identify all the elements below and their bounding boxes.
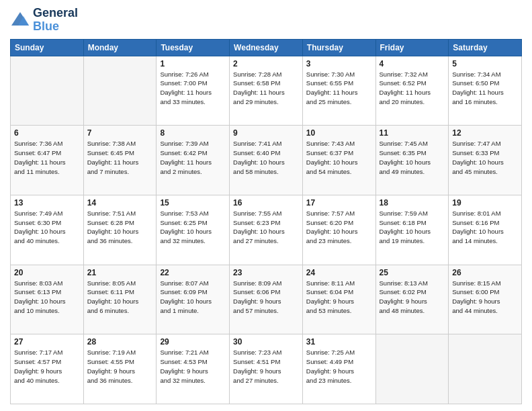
- page: General Blue SundayMondayTuesdayWednesda…: [0, 0, 532, 411]
- day-info: Sunrise: 7:59 AM Sunset: 6:18 PM Dayligh…: [380, 209, 445, 246]
- weekday-header-thursday: Thursday: [302, 39, 375, 56]
- calendar-cell: [375, 334, 449, 404]
- day-info: Sunrise: 8:15 AM Sunset: 6:00 PM Dayligh…: [452, 279, 518, 316]
- calendar-cell: 20Sunrise: 8:03 AM Sunset: 6:13 PM Dayli…: [11, 265, 84, 334]
- calendar-cell: 26Sunrise: 8:15 AM Sunset: 6:00 PM Dayli…: [449, 265, 522, 334]
- day-number: 13: [14, 198, 80, 208]
- day-info: Sunrise: 7:38 AM Sunset: 6:45 PM Dayligh…: [87, 139, 153, 176]
- calendar-cell: 7Sunrise: 7:38 AM Sunset: 6:45 PM Daylig…: [83, 126, 157, 195]
- calendar-cell: 28Sunrise: 7:19 AM Sunset: 4:55 PM Dayli…: [83, 334, 157, 404]
- day-info: Sunrise: 7:23 AM Sunset: 4:51 PM Dayligh…: [233, 348, 299, 385]
- calendar-cell: 13Sunrise: 7:49 AM Sunset: 6:30 PM Dayli…: [11, 195, 84, 265]
- day-info: Sunrise: 7:49 AM Sunset: 6:30 PM Dayligh…: [14, 209, 80, 246]
- calendar-cell: 27Sunrise: 7:17 AM Sunset: 4:57 PM Dayli…: [11, 334, 84, 404]
- calendar-cell: 25Sunrise: 8:13 AM Sunset: 6:02 PM Dayli…: [375, 265, 449, 334]
- day-info: Sunrise: 7:26 AM Sunset: 7:00 PM Dayligh…: [160, 70, 226, 107]
- day-info: Sunrise: 7:28 AM Sunset: 6:58 PM Dayligh…: [233, 70, 299, 107]
- calendar-cell: 18Sunrise: 7:59 AM Sunset: 6:18 PM Dayli…: [375, 195, 449, 265]
- day-info: Sunrise: 7:55 AM Sunset: 6:23 PM Dayligh…: [233, 209, 299, 246]
- calendar-cell: 24Sunrise: 8:11 AM Sunset: 6:04 PM Dayli…: [302, 265, 375, 334]
- calendar-cell: 11Sunrise: 7:45 AM Sunset: 6:35 PM Dayli…: [375, 126, 449, 195]
- calendar-cell: 1Sunrise: 7:26 AM Sunset: 7:00 PM Daylig…: [157, 56, 230, 126]
- calendar-cell: [83, 56, 157, 126]
- day-number: 24: [306, 268, 372, 277]
- calendar-week-4: 20Sunrise: 8:03 AM Sunset: 6:13 PM Dayli…: [11, 265, 522, 334]
- weekday-header-sunday: Sunday: [11, 39, 84, 56]
- day-info: Sunrise: 7:32 AM Sunset: 6:52 PM Dayligh…: [380, 70, 445, 107]
- day-number: 28: [87, 337, 153, 347]
- calendar-cell: 22Sunrise: 8:07 AM Sunset: 6:09 PM Dayli…: [157, 265, 230, 334]
- day-number: 27: [14, 337, 80, 347]
- day-info: Sunrise: 8:01 AM Sunset: 6:16 PM Dayligh…: [452, 209, 518, 246]
- day-info: Sunrise: 7:30 AM Sunset: 6:55 PM Dayligh…: [306, 70, 372, 107]
- day-number: 12: [452, 128, 518, 138]
- day-number: 4: [380, 59, 445, 68]
- calendar-cell: 4Sunrise: 7:32 AM Sunset: 6:52 PM Daylig…: [375, 56, 449, 126]
- day-number: 31: [306, 337, 372, 347]
- day-number: 5: [452, 59, 518, 68]
- day-info: Sunrise: 8:09 AM Sunset: 6:06 PM Dayligh…: [233, 279, 299, 316]
- weekday-header-row: SundayMondayTuesdayWednesdayThursdayFrid…: [11, 39, 522, 56]
- day-info: Sunrise: 7:25 AM Sunset: 4:49 PM Dayligh…: [306, 348, 372, 385]
- calendar-cell: 23Sunrise: 8:09 AM Sunset: 6:06 PM Dayli…: [230, 265, 303, 334]
- calendar-cell: [11, 56, 84, 126]
- weekday-header-wednesday: Wednesday: [230, 39, 303, 56]
- day-info: Sunrise: 8:13 AM Sunset: 6:02 PM Dayligh…: [380, 279, 445, 316]
- day-info: Sunrise: 7:41 AM Sunset: 6:40 PM Dayligh…: [233, 139, 299, 176]
- day-info: Sunrise: 8:11 AM Sunset: 6:04 PM Dayligh…: [306, 279, 372, 316]
- day-number: 7: [87, 128, 153, 138]
- day-number: 1: [160, 59, 226, 68]
- day-info: Sunrise: 7:34 AM Sunset: 6:50 PM Dayligh…: [452, 70, 518, 107]
- weekday-header-monday: Monday: [83, 39, 157, 56]
- day-number: 9: [233, 128, 299, 138]
- day-number: 30: [233, 337, 299, 347]
- calendar-week-3: 13Sunrise: 7:49 AM Sunset: 6:30 PM Dayli…: [11, 195, 522, 265]
- day-info: Sunrise: 7:53 AM Sunset: 6:25 PM Dayligh…: [160, 209, 226, 246]
- day-number: 2: [233, 59, 299, 68]
- day-number: 16: [233, 198, 299, 208]
- logo: General Blue: [10, 7, 78, 34]
- calendar-cell: 16Sunrise: 7:55 AM Sunset: 6:23 PM Dayli…: [230, 195, 303, 265]
- logo-text: General Blue: [33, 7, 78, 34]
- calendar-cell: 31Sunrise: 7:25 AM Sunset: 4:49 PM Dayli…: [302, 334, 375, 404]
- calendar-cell: 14Sunrise: 7:51 AM Sunset: 6:28 PM Dayli…: [83, 195, 157, 265]
- calendar-cell: 8Sunrise: 7:39 AM Sunset: 6:42 PM Daylig…: [157, 126, 230, 195]
- day-number: 18: [380, 198, 445, 208]
- day-number: 11: [380, 128, 445, 138]
- day-info: Sunrise: 7:57 AM Sunset: 6:20 PM Dayligh…: [306, 209, 372, 246]
- day-info: Sunrise: 7:39 AM Sunset: 6:42 PM Dayligh…: [160, 139, 226, 176]
- calendar-cell: 9Sunrise: 7:41 AM Sunset: 6:40 PM Daylig…: [230, 126, 303, 195]
- day-number: 14: [87, 198, 153, 208]
- calendar-cell: 30Sunrise: 7:23 AM Sunset: 4:51 PM Dayli…: [230, 334, 303, 404]
- header: General Blue: [10, 7, 522, 34]
- day-info: Sunrise: 7:36 AM Sunset: 6:47 PM Dayligh…: [14, 139, 80, 176]
- calendar-cell: 17Sunrise: 7:57 AM Sunset: 6:20 PM Dayli…: [302, 195, 375, 265]
- day-info: Sunrise: 7:45 AM Sunset: 6:35 PM Dayligh…: [380, 139, 445, 176]
- day-info: Sunrise: 7:43 AM Sunset: 6:37 PM Dayligh…: [306, 139, 372, 176]
- day-info: Sunrise: 7:47 AM Sunset: 6:33 PM Dayligh…: [452, 139, 518, 176]
- calendar-table: SundayMondayTuesdayWednesdayThursdayFrid…: [10, 39, 522, 404]
- day-number: 15: [160, 198, 226, 208]
- calendar-cell: 6Sunrise: 7:36 AM Sunset: 6:47 PM Daylig…: [11, 126, 84, 195]
- day-number: 17: [306, 198, 372, 208]
- day-number: 10: [306, 128, 372, 138]
- day-info: Sunrise: 7:21 AM Sunset: 4:53 PM Dayligh…: [160, 348, 226, 385]
- day-number: 6: [14, 128, 80, 138]
- weekday-header-saturday: Saturday: [449, 39, 522, 56]
- day-info: Sunrise: 8:05 AM Sunset: 6:11 PM Dayligh…: [87, 279, 153, 316]
- calendar-cell: 19Sunrise: 8:01 AM Sunset: 6:16 PM Dayli…: [449, 195, 522, 265]
- calendar-cell: 29Sunrise: 7:21 AM Sunset: 4:53 PM Dayli…: [157, 334, 230, 404]
- day-info: Sunrise: 7:51 AM Sunset: 6:28 PM Dayligh…: [87, 209, 153, 246]
- day-number: 21: [87, 268, 153, 277]
- calendar-cell: 2Sunrise: 7:28 AM Sunset: 6:58 PM Daylig…: [230, 56, 303, 126]
- weekday-header-friday: Friday: [375, 39, 449, 56]
- day-number: 29: [160, 337, 226, 347]
- logo-icon: [10, 11, 30, 30]
- calendar-cell: 12Sunrise: 7:47 AM Sunset: 6:33 PM Dayli…: [449, 126, 522, 195]
- calendar-cell: [449, 334, 522, 404]
- day-number: 22: [160, 268, 226, 277]
- day-number: 26: [452, 268, 518, 277]
- day-number: 20: [14, 268, 80, 277]
- calendar-cell: 5Sunrise: 7:34 AM Sunset: 6:50 PM Daylig…: [449, 56, 522, 126]
- calendar-cell: 15Sunrise: 7:53 AM Sunset: 6:25 PM Dayli…: [157, 195, 230, 265]
